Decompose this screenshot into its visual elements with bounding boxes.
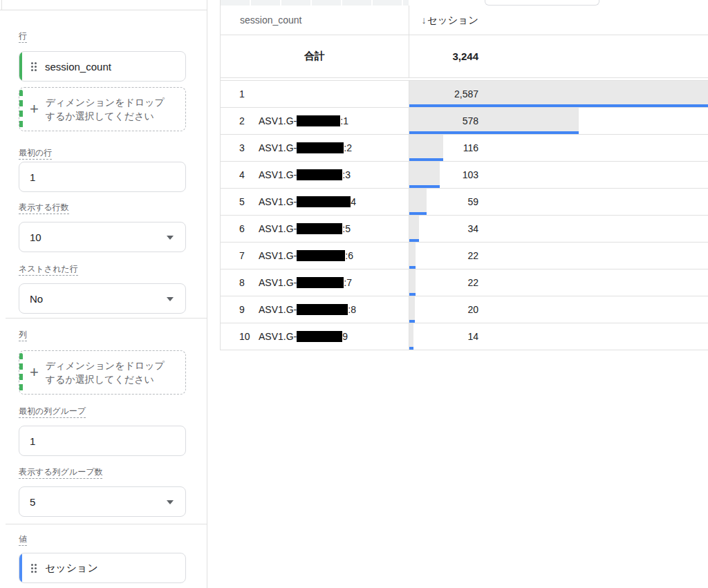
total-label: 合計 [221, 35, 409, 77]
first-colgroup-input[interactable]: 1 [19, 426, 186, 456]
dropzone-hint-text: ディメンションをドロップ するか選択してください [46, 359, 165, 386]
dropzone-accent-dashes [19, 353, 23, 392]
metric-value: 578 [409, 108, 478, 134]
table-row[interactable]: 4 ASV1.G-:3 103 [221, 162, 708, 189]
dimension-value: ASV1.G-:5 [259, 223, 351, 234]
drag-handle-icon[interactable] [31, 62, 37, 71]
row-count-label: 表示する行数 [19, 202, 69, 214]
redaction-box [297, 304, 348, 315]
redaction-box [297, 250, 345, 261]
metric-value: 116 [409, 135, 478, 161]
table-row[interactable]: 10 ASV1.G-9 14 [221, 323, 708, 350]
row-index: 7 [239, 250, 259, 261]
table-row[interactable]: 7 ASV1.G-:6 22 [221, 243, 708, 269]
row-index: 8 [239, 277, 259, 288]
nested-rows-value: No [30, 293, 43, 305]
nested-rows-select[interactable]: No [19, 283, 186, 314]
first-row-input[interactable]: 1 [19, 162, 186, 192]
dimension-value: ASV1.G-9 [259, 331, 348, 342]
dimension-cell: 6 ASV1.G-:5 [221, 216, 409, 242]
row-index: 10 [239, 331, 259, 342]
dimension-cell: 2 ASV1.G-:1 [221, 108, 409, 134]
dimension-value: ASV1.G-:3 [259, 169, 351, 180]
metric-cell: 2,587 [409, 81, 708, 107]
colgroup-count-label: 表示する列グループ数 [19, 467, 102, 479]
nested-rows-label: ネストされた行 [19, 264, 78, 276]
tab-settings-panel: 行 session_count + ディメンションをドロップ するか選択してくだ… [0, 0, 207, 588]
metric-value: 20 [409, 296, 478, 323]
metric-value: 103 [409, 162, 478, 188]
dimension-value: ASV1.G-:1 [259, 115, 348, 126]
metric-cell: 14 [409, 323, 708, 350]
dimension-cell: 8 ASV1.G-:7 [221, 269, 409, 296]
first-row-label: 最初の行 [19, 148, 52, 160]
table-row[interactable]: 3 ASV1.G-:2 116 [221, 135, 708, 162]
redaction-box [297, 115, 340, 126]
dimension-value: ASV1.G-:6 [259, 250, 353, 261]
row-dimension-dropzone[interactable]: + ディメンションをドロップ するか選択してください [19, 87, 186, 131]
columns-section-label: 列 [19, 330, 27, 341]
dimension-cell: 7 ASV1.G-:6 [221, 243, 409, 269]
dimension-cell: 9 ASV1.G-:8 [221, 296, 409, 323]
metric-chip[interactable]: セッション [19, 553, 186, 583]
tab-settings-scroll[interactable]: 行 session_count + ディメンションをドロップ するか選択してくだ… [0, 10, 207, 588]
table-row[interactable]: 8 ASV1.G-:7 22 [221, 269, 708, 296]
metric-value: 14 [409, 323, 478, 350]
table-row[interactable]: 9 ASV1.G-:8 20 [221, 296, 708, 323]
metric-column-header[interactable]: ↓ セッション [409, 6, 708, 35]
metric-chip-label: セッション [45, 562, 98, 575]
row-index: 9 [239, 304, 259, 315]
table-row[interactable]: 5 ASV1.G-4 59 [221, 189, 708, 216]
table-row[interactable]: 6 ASV1.G-:5 34 [221, 216, 708, 243]
metric-value: 22 [409, 269, 478, 296]
dropzone-accent-dashes [19, 90, 23, 129]
dimension-value: ASV1.G-:8 [259, 304, 356, 315]
dimension-cell: 4 ASV1.G-:3 [221, 162, 409, 188]
redaction-box [297, 142, 344, 153]
metric-cell: 34 [409, 216, 708, 242]
first-colgroup-label: 最初の列グループ [19, 406, 86, 418]
metric-value: 59 [409, 189, 478, 215]
table-row[interactable]: 2 ASV1.G-:1 578 [221, 108, 708, 135]
plus-icon: + [30, 363, 39, 381]
dimension-cell: 10 ASV1.G-9 [221, 323, 409, 350]
dimension-cell: 5 ASV1.G-4 [221, 189, 409, 215]
table-header-row: session_count ↓ セッション [221, 6, 708, 35]
row-dimension-chip[interactable]: session_count [19, 51, 186, 82]
chevron-down-icon [167, 236, 174, 240]
row-count-select[interactable]: 10 [19, 222, 186, 252]
panel-top-edge [1, 0, 2, 10]
metric-cell: 103 [409, 162, 708, 188]
sort-descending-icon[interactable]: ↓ [422, 15, 427, 26]
redaction-box [297, 331, 342, 342]
dimension-column-header[interactable]: session_count [221, 15, 409, 26]
ga4-exploration-page: 行 session_count + ディメンションをドロップ するか選択してくだ… [0, 0, 708, 588]
dimension-value: ASV1.G-:7 [259, 277, 352, 288]
metric-header-label: セッション [427, 14, 478, 27]
metric-cell: 22 [409, 269, 708, 296]
total-value: 3,244 [409, 35, 478, 77]
dimension-accent-bar [19, 52, 22, 81]
metric-cell: 59 [409, 189, 708, 215]
row-count-value: 10 [30, 231, 41, 243]
drag-handle-icon[interactable] [31, 564, 37, 573]
row-index: 2 [239, 115, 259, 126]
metric-accent-bar [19, 553, 22, 582]
plus-icon: + [30, 100, 39, 118]
colgroup-count-value: 5 [30, 496, 35, 508]
totals-row[interactable]: 合計 3,244 [221, 35, 708, 78]
row-index: 4 [239, 169, 259, 180]
redaction-box [297, 169, 342, 180]
colgroup-count-select[interactable]: 5 [19, 486, 186, 517]
metric-value: 2,587 [409, 81, 478, 107]
column-dimension-dropzone[interactable]: + ディメンションをドロップ するか選択してください [19, 350, 186, 395]
redaction-box [297, 223, 342, 234]
table-row[interactable]: 1 2,587 [221, 81, 708, 108]
redaction-box [297, 196, 351, 207]
freeform-table: session_count ↓ セッション 合計 3,244 1 [220, 0, 708, 350]
row-dimension-chip-label: session_count [45, 61, 111, 73]
row-index: 6 [239, 223, 259, 234]
metric-cell: 116 [409, 135, 708, 161]
dropzone-hint-text: ディメンションをドロップ するか選択してください [46, 95, 165, 123]
row-index: 5 [239, 196, 259, 207]
